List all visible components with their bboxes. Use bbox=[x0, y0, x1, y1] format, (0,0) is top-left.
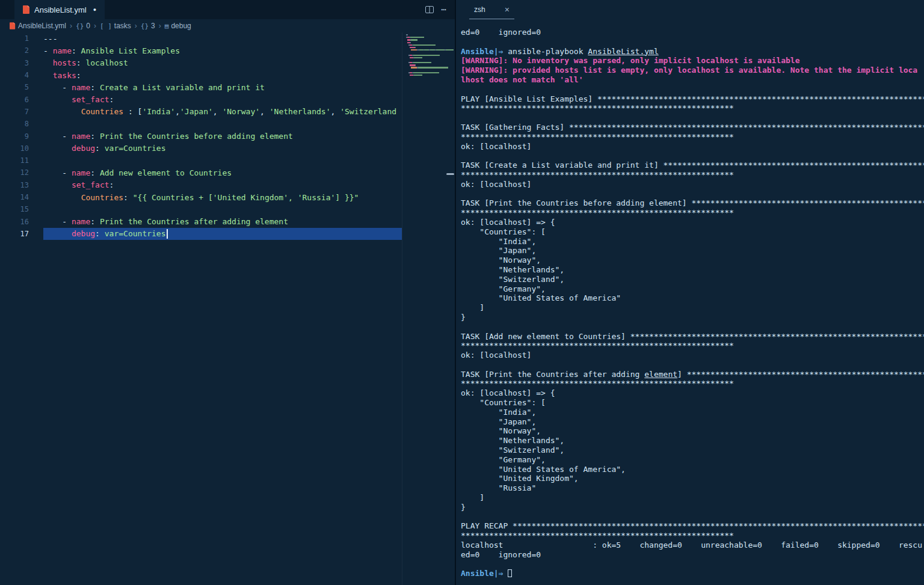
terminal-cursor bbox=[508, 569, 512, 577]
code-line[interactable]: 15 bbox=[0, 203, 402, 215]
line-number: 1 bbox=[0, 34, 29, 43]
terminal-line: "United States of America", bbox=[461, 465, 924, 474]
modified-dot-icon[interactable]: ● bbox=[93, 7, 96, 13]
terminal-line: ok: [localhost] bbox=[461, 351, 924, 360]
terminal-line: "Switzerland", bbox=[461, 446, 924, 455]
terminal-line bbox=[461, 360, 924, 370]
minimap[interactable] bbox=[402, 32, 455, 585]
terminal-tab-zsh[interactable]: zsh × bbox=[469, 0, 514, 19]
code-line[interactable]: 9 - name: Print the Countries before add… bbox=[0, 130, 402, 142]
split-editor-icon[interactable] bbox=[425, 6, 434, 13]
terminal-line: ****************************************… bbox=[461, 531, 924, 541]
terminal-line: ****************************************… bbox=[461, 208, 924, 218]
breadcrumb-item-0[interactable]: {} 0 bbox=[76, 22, 90, 30]
terminal-line: ****************************************… bbox=[461, 379, 924, 388]
symbol-icon: ▤ bbox=[165, 22, 169, 30]
terminal-line: "Netherlands", bbox=[461, 436, 924, 446]
code-line[interactable]: 1--- bbox=[0, 32, 402, 44]
terminal-line: Ansible|⇒ bbox=[461, 569, 924, 578]
line-number: 2 bbox=[0, 46, 29, 55]
line-number: 3 bbox=[0, 59, 29, 67]
terminal-line: Ansible|⇒ ansible-playbook AnsibleList.y… bbox=[461, 47, 924, 57]
terminal-line: ****************************************… bbox=[461, 170, 924, 180]
terminal-line: ****************************************… bbox=[461, 103, 924, 113]
code-line[interactable]: 7 Countries : ['India','Japan', 'Norway'… bbox=[0, 106, 402, 118]
terminal-output[interactable]: ed=0 ignored=0Ansible|⇒ ansible-playbook… bbox=[456, 19, 924, 585]
line-number: 4 bbox=[0, 71, 29, 79]
code-line[interactable]: 13 set_fact: bbox=[0, 179, 402, 191]
terminal-line: "Norway", bbox=[461, 426, 924, 436]
terminal-line bbox=[461, 37, 924, 47]
terminal-line: ok: [localhost] => { bbox=[461, 218, 924, 227]
close-icon[interactable]: × bbox=[505, 5, 510, 14]
tab-ansiblelist-yml[interactable]: AnsibleList.yml ● bbox=[14, 0, 105, 19]
terminal-line: ok: [localhost] bbox=[461, 142, 924, 152]
code-line[interactable]: 10 debug: var=Countries bbox=[0, 142, 402, 155]
code-line[interactable]: 14 Countries: "{{ Countries + ['United K… bbox=[0, 191, 402, 203]
terminal-line: ] bbox=[461, 303, 924, 313]
terminal-line: } bbox=[461, 313, 924, 322]
breadcrumb: AnsibleList.yml › {} 0 › [ ] tasks › {} … bbox=[0, 19, 455, 32]
line-number: 5 bbox=[0, 83, 29, 91]
code-line[interactable]: 6 set_fact: bbox=[0, 93, 402, 105]
terminal-line bbox=[461, 322, 924, 332]
tab-label: AnsibleList.yml bbox=[34, 5, 87, 14]
editor-more-icon[interactable]: ⋯ bbox=[441, 4, 446, 15]
chevron-right-icon: › bbox=[93, 22, 97, 30]
terminal-line: ok: [localhost] bbox=[461, 180, 924, 189]
breadcrumb-label: AnsibleList.yml bbox=[18, 22, 66, 30]
yaml-file-icon bbox=[23, 5, 30, 14]
terminal-line: lhost does not match 'all' bbox=[461, 75, 924, 85]
chevron-right-icon: › bbox=[69, 22, 73, 30]
terminal-line: "Switzerland", bbox=[461, 275, 924, 284]
terminal-line: TASK [Print the Countries before adding … bbox=[461, 198, 924, 208]
breadcrumb-item-3[interactable]: {} 3 bbox=[141, 22, 155, 30]
terminal-line: "India", bbox=[461, 408, 924, 417]
terminal-line: "Germany", bbox=[461, 455, 924, 465]
editor-code[interactable]: 1---2- name: Ansible List Examples3 host… bbox=[0, 32, 402, 585]
breadcrumb-item-file[interactable]: AnsibleList.yml bbox=[10, 22, 66, 30]
terminal-line: ed=0 ignored=0 bbox=[461, 550, 924, 560]
code-line[interactable]: 16 - name: Print the Countries after add… bbox=[0, 215, 402, 227]
breadcrumb-item-tasks[interactable]: [ ] tasks bbox=[100, 22, 131, 30]
chevron-right-icon: › bbox=[158, 22, 162, 30]
terminal-line: "Norway", bbox=[461, 256, 924, 265]
code-line[interactable]: 12 - name: Add new element to Countries bbox=[0, 167, 402, 179]
terminal-line: } bbox=[461, 503, 924, 512]
terminal-line: "Germany", bbox=[461, 284, 924, 294]
line-number: 16 bbox=[0, 218, 29, 226]
terminal-line bbox=[461, 113, 924, 123]
object-icon: {} bbox=[141, 22, 149, 30]
line-number: 15 bbox=[0, 205, 29, 213]
terminal-line: "Japan", bbox=[461, 417, 924, 427]
code-line[interactable]: 17 debug: var=Countries bbox=[0, 228, 402, 240]
line-number: 6 bbox=[0, 96, 29, 104]
terminal-line: ] bbox=[461, 493, 924, 503]
code-line[interactable]: 11 bbox=[0, 155, 402, 167]
line-number: 10 bbox=[0, 144, 29, 153]
editor-actions: ⋯ bbox=[425, 0, 446, 19]
chevron-right-icon: › bbox=[134, 22, 138, 30]
terminal-tab-bar: zsh × ⋯ bbox=[456, 0, 924, 19]
line-number: 8 bbox=[0, 120, 29, 128]
sash-handle[interactable] bbox=[446, 173, 454, 175]
terminal-line: TASK [Print the Countries after adding e… bbox=[461, 370, 924, 379]
terminal-line: "Netherlands", bbox=[461, 265, 924, 275]
breadcrumb-item-debug[interactable]: ▤ debug bbox=[165, 22, 191, 30]
code-line[interactable]: 2- name: Ansible List Examples bbox=[0, 44, 402, 57]
terminal-line: ok: [localhost] => { bbox=[461, 388, 924, 398]
code-line[interactable]: 5 - name: Create a List variable and pri… bbox=[0, 81, 402, 93]
code-line[interactable]: 4 tasks: bbox=[0, 69, 402, 81]
vscode-window: AnsibleList.yml ● ⋯ AnsibleList.yml › {}… bbox=[0, 0, 924, 585]
code-line[interactable]: 3 hosts: localhost bbox=[0, 57, 402, 69]
terminal-line: TASK [Add new element to Countries] ****… bbox=[461, 332, 924, 342]
terminal-line: [WARNING]: No inventory was parsed, only… bbox=[461, 56, 924, 66]
line-number: 12 bbox=[0, 168, 29, 177]
line-number: 9 bbox=[0, 132, 29, 141]
terminal-line: "Russia" bbox=[461, 483, 924, 493]
terminal-line: "Countries": [ bbox=[461, 398, 924, 408]
line-number: 17 bbox=[0, 230, 29, 238]
terminal-line: ed=0 ignored=0 bbox=[461, 28, 924, 37]
terminal-line bbox=[461, 189, 924, 199]
code-line[interactable]: 8 bbox=[0, 118, 402, 130]
